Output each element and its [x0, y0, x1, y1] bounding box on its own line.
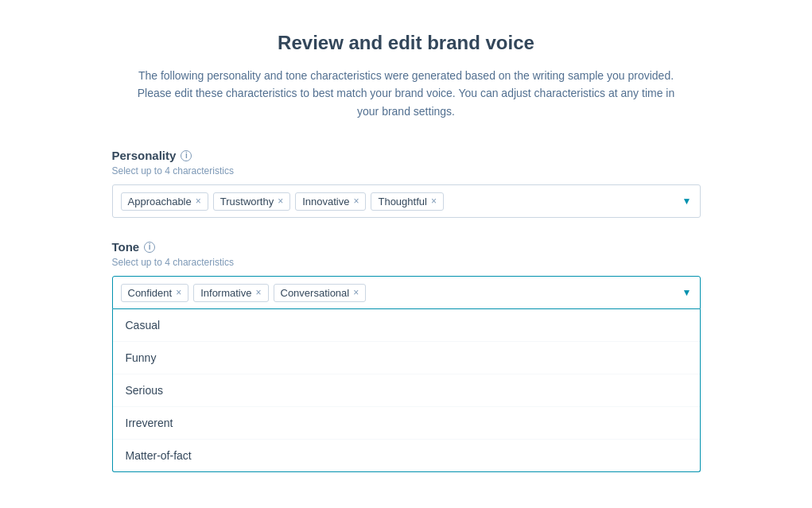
personality-subtitle: Select up to 4 characteristics: [112, 165, 701, 176]
tone-subtitle: Select up to 4 characteristics: [112, 257, 701, 268]
tag-confident-label: Confident: [128, 287, 173, 299]
tag-innovative-close[interactable]: ×: [353, 196, 359, 206]
tag-approachable-label: Approachable: [128, 196, 192, 207]
tone-info-icon[interactable]: i: [144, 242, 155, 253]
tag-conversational: Conversational ×: [274, 284, 367, 302]
tag-thoughtful: Thoughtful ×: [371, 192, 443, 211]
page-container: Review and edit brand voice The followin…: [96, 0, 717, 508]
tag-innovative-label: Innovative: [302, 196, 349, 207]
tag-innovative: Innovative ×: [295, 192, 366, 211]
tag-thoughtful-label: Thoughtful: [378, 196, 426, 207]
tag-trustworthy-close[interactable]: ×: [278, 196, 283, 206]
tag-informative-label: Informative: [200, 287, 251, 299]
personality-dropdown-arrow[interactable]: ▼: [676, 196, 692, 207]
page-description: The following personality and tone chara…: [128, 67, 685, 120]
tag-approachable: Approachable ×: [121, 192, 208, 211]
personality-section: Personality i Select up to 4 characteris…: [112, 149, 701, 218]
personality-select-box[interactable]: Approachable × Trustworthy × Innovative …: [112, 184, 701, 218]
dropdown-item-funny[interactable]: Funny: [113, 342, 700, 374]
tone-dropdown-menu: Casual Funny Serious Irreverent Matter-o…: [112, 309, 701, 472]
tag-conversational-close[interactable]: ×: [353, 288, 359, 297]
dropdown-item-casual[interactable]: Casual: [113, 309, 700, 342]
tone-select-box[interactable]: Confident × Informative × Conversational…: [112, 276, 701, 309]
tone-title: Tone: [112, 240, 140, 254]
tag-confident: Confident ×: [121, 284, 189, 302]
personality-info-icon[interactable]: i: [181, 150, 192, 161]
tag-approachable-close[interactable]: ×: [196, 196, 201, 206]
tone-section: Tone i Select up to 4 characteristics Co…: [112, 240, 701, 472]
tone-dropdown-arrow[interactable]: ▼: [676, 287, 692, 298]
personality-header: Personality i: [112, 149, 701, 162]
dropdown-item-serious[interactable]: Serious: [113, 374, 700, 407]
personality-title: Personality: [112, 149, 177, 162]
tag-trustworthy-label: Trustworthy: [220, 196, 274, 207]
dropdown-item-irreverent[interactable]: Irreverent: [113, 407, 700, 440]
tag-thoughtful-close[interactable]: ×: [431, 196, 437, 206]
tag-conversational-label: Conversational: [281, 287, 350, 299]
tag-trustworthy: Trustworthy ×: [213, 192, 290, 211]
page-title: Review and edit brand voice: [112, 32, 701, 54]
tag-confident-close[interactable]: ×: [176, 288, 181, 297]
tag-informative: Informative ×: [193, 284, 268, 302]
dropdown-item-matter-of-fact[interactable]: Matter-of-fact: [113, 440, 700, 471]
tag-informative-close[interactable]: ×: [255, 288, 261, 297]
tone-header: Tone i: [112, 240, 701, 254]
